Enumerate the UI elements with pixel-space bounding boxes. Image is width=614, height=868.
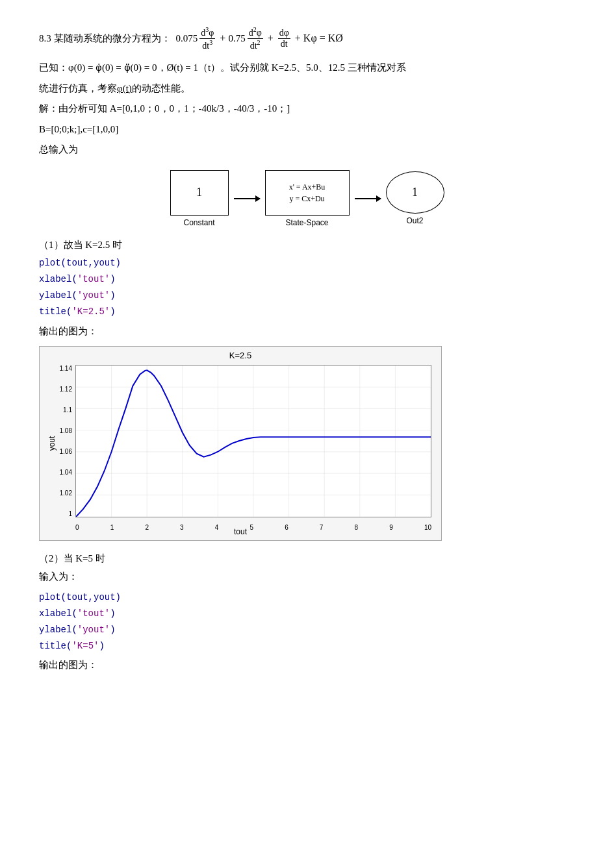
problem-label: 8.3 某随动系统的微分方程为： (39, 32, 171, 45)
fraction-1: d3φ dt3 (199, 26, 215, 51)
case2-code-line4: title('K=5') (39, 638, 575, 654)
case2-code-line2: xlabel('tout') (39, 606, 575, 622)
y-axis-labels: 1.14 1.12 1.1 1.08 1.06 1.04 1.02 1 (53, 365, 72, 517)
case2-output-label: 输出的图为： (39, 657, 575, 674)
chart-k25-svg (76, 366, 431, 517)
case1-code-line1: plot(tout,yout) (39, 255, 575, 271)
solution-line1: 解：由分析可知 A=[0,1,0；0，0，1；-40k/3，-40/3，-10；… (39, 101, 575, 118)
case2-code-line3: ylabel('yout') (39, 622, 575, 638)
fraction-2: d2φ dt2 (248, 26, 263, 51)
constant-label: Constant (183, 218, 214, 227)
case1-code-line4: title('K=2.5') (39, 304, 575, 320)
statespace-label: State-Space (285, 218, 328, 227)
arrow-1 (234, 198, 260, 199)
ss-line2: y = Cx+Du (289, 193, 324, 205)
total-input-label: 总输入为 (39, 142, 575, 158)
constant-block-wrapper: 1 Constant (170, 170, 229, 227)
case1-code-line3: ylabel('yout') (39, 288, 575, 304)
statespace-block: x' = Ax+Bu y = Cx+Du (265, 170, 350, 216)
x-axis-labels-k25: 0 1 2 3 4 5 6 7 8 9 10 (75, 524, 431, 531)
chart-k25-inner (75, 365, 431, 517)
fraction-3: dφ dt (278, 28, 290, 49)
constant-block: 1 (170, 170, 229, 216)
case1-code: plot(tout,yout) xlabel('tout') ylabel('y… (39, 255, 575, 321)
solution-line2: B=[0;0;k;],c=[1,0,0] (39, 121, 575, 138)
case2-code-line1: plot(tout,yout) (39, 589, 575, 606)
statespace-block-wrapper: x' = Ax+Bu y = Cx+Du State-Space (265, 170, 350, 227)
case2-input-label: 输入为： (39, 569, 575, 586)
out-block: 1 (386, 171, 444, 214)
arrow-2 (355, 198, 381, 199)
problem-statement: 8.3 某随动系统的微分方程为： 0.075 d3φ dt3 + 0.75 d2… (39, 26, 575, 51)
arrow-line-2 (355, 198, 381, 199)
out-label: Out2 (406, 216, 423, 225)
case1-heading: （1）故当 K=2.5 时 (39, 239, 575, 251)
arrow-line-1 (234, 198, 260, 199)
chart-k25-title: K=2.5 (40, 347, 441, 360)
out-block-wrapper: 1 Out2 (386, 171, 444, 225)
ss-line1: x' = Ax+Bu (289, 181, 326, 193)
case2-code: plot(tout,yout) xlabel('tout') ylabel('y… (39, 589, 575, 655)
constant-value: 1 (196, 186, 202, 199)
case1-output-label: 输出的图为： (39, 323, 575, 340)
simulink-diagram: 1 Constant x' = Ax+Bu y = Cx+Du State-Sp… (39, 170, 575, 227)
given-conditions-2: 统进行仿真，考察φ(t)的动态性能。 (39, 81, 575, 97)
out-value: 1 (412, 186, 418, 199)
equation: 0.075 d3φ dt3 + 0.75 d2φ dt2 + dφ dt + K… (176, 26, 346, 51)
case2-heading: （2）当 K=5 时 (39, 552, 575, 565)
chart-k25-xlabel: tout (234, 527, 247, 536)
case1-code-line2: xlabel('tout') (39, 271, 575, 288)
chart-k25: K=2.5 yout 1.14 1.12 1.1 1.08 1.06 1.04 … (39, 346, 442, 541)
given-conditions: 已知：φ(0) = φ̇(0) = φ̈(0) = 0，Ø(t) = 1（t）。… (39, 60, 575, 77)
